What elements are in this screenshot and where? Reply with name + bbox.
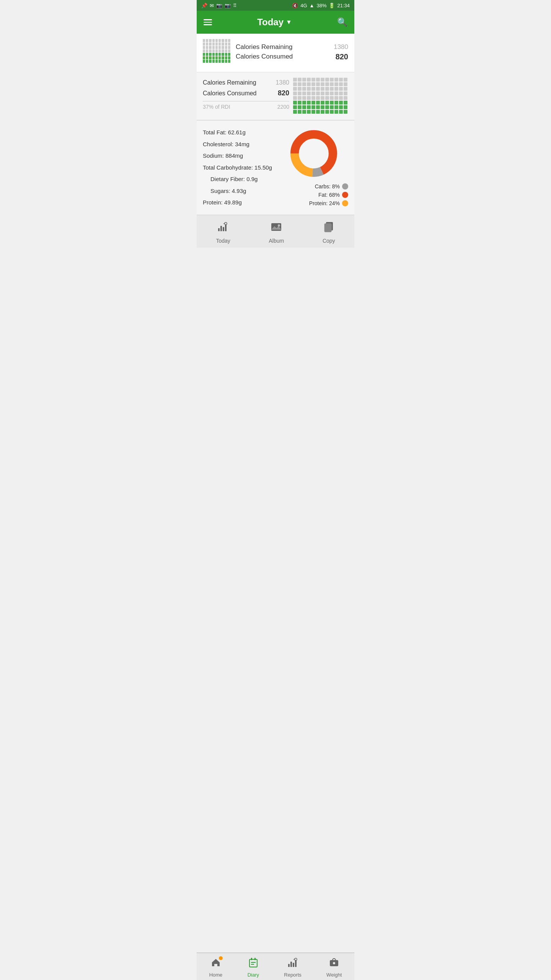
mute-icon: 🔇 <box>292 3 298 8</box>
clock: 21:34 <box>337 3 350 8</box>
pixel-grid-large <box>293 78 348 116</box>
calorie-section: Calories Remaining 1380 Calories Consume… <box>197 72 354 120</box>
calories-remaining-label-top: Calories Remaining <box>236 43 292 51</box>
calories-remaining-label: Calories Remaining <box>203 79 256 86</box>
sugars: Sugars: 4.93g <box>203 185 276 197</box>
carbs-dot <box>342 183 348 189</box>
signal-icon: ▲ <box>310 3 315 8</box>
fat-label: Fat: 68% <box>318 192 340 198</box>
legend-protein: Protein: 24% <box>279 200 348 206</box>
dropdown-arrow-icon: ▼ <box>286 19 292 26</box>
calories-remaining-row: Calories Remaining 1380 <box>203 78 289 88</box>
battery-percent: 38% <box>316 3 326 8</box>
app-header: Today ▼ 🔍 <box>197 11 354 34</box>
header-title[interactable]: Today ▼ <box>257 17 292 28</box>
protein: Protein: 49.89g <box>203 197 276 209</box>
rdi-row: 37% of RDI 2200 <box>203 104 289 110</box>
calories-consumed-value: 820 <box>278 89 289 97</box>
copy-icon <box>323 221 334 235</box>
legend-carbs: Carbs: 8% <box>279 183 348 189</box>
donut-chart <box>287 127 341 180</box>
pixel-chart-small <box>203 39 230 67</box>
sodium: Sodium: 884mg <box>203 150 276 162</box>
chart-legend: Carbs: 8% Fat: 68% Protein: 24% <box>279 183 348 206</box>
album-action-label: Album <box>269 238 284 244</box>
dietary-fiber: Dietary Fiber: 0.9g <box>203 173 276 185</box>
pinterest-icon: 📌 <box>201 3 207 8</box>
camera-icon: 📷 <box>225 3 231 8</box>
rdi-label: 37% of RDI <box>203 104 230 110</box>
calories-consumed-row-top: Calories Consumed 820 <box>236 52 348 61</box>
today-action-label: Today <box>216 238 230 244</box>
svg-rect-7 <box>223 227 224 231</box>
status-left-icons: 📌 ✉ 📷 📷 ⠿ <box>201 3 237 8</box>
summary-card-top: Calories Remaining 1380 Calories Consume… <box>197 34 354 72</box>
fat-dot <box>342 192 348 198</box>
svg-rect-16 <box>324 224 331 232</box>
calories-consumed-label: Calories Consumed <box>203 90 257 97</box>
status-right-info: 🔇 4G ▲ 38% 🔋 21:34 <box>292 3 350 8</box>
nutrition-section: Total Fat: 62.61g Cholesterol: 34mg Sodi… <box>197 120 354 215</box>
calories-remaining-value-top: 1380 <box>334 43 348 51</box>
calories-consumed-label-top: Calories Consumed <box>236 53 293 60</box>
nutrition-list: Total Fat: 62.61g Cholesterol: 34mg Sodi… <box>203 127 276 209</box>
protein-dot <box>342 200 348 206</box>
copy-action[interactable]: Copy <box>323 221 335 244</box>
total-carbohydrate: Total Carbohydrate: 15.50g <box>203 162 276 174</box>
today-action[interactable]: Today <box>216 221 230 244</box>
album-icon <box>271 221 282 235</box>
album-action[interactable]: Album <box>269 221 284 244</box>
summary-text-top: Calories Remaining 1380 Calories Consume… <box>236 43 348 63</box>
legend-fat: Fat: 68% <box>279 192 348 198</box>
instagram-icon: 📷 <box>216 3 222 8</box>
network-type: 4G <box>300 3 307 8</box>
calorie-info: Calories Remaining 1380 Calories Consume… <box>203 78 289 110</box>
protein-label: Protein: 24% <box>309 200 340 206</box>
svg-rect-6 <box>220 226 222 231</box>
status-bar: 📌 ✉ 📷 📷 ⠿ 🔇 4G ▲ 38% 🔋 21:34 <box>197 0 354 11</box>
calories-remaining-row-top: Calories Remaining 1380 <box>236 43 348 51</box>
copy-action-label: Copy <box>323 238 335 244</box>
svg-rect-5 <box>218 228 220 231</box>
calories-consumed-value-top: 820 <box>336 52 348 61</box>
rdi-value: 2200 <box>277 104 289 110</box>
search-button[interactable]: 🔍 <box>337 17 347 27</box>
menu-button[interactable] <box>204 19 212 25</box>
carbs-label: Carbs: 8% <box>315 183 340 189</box>
donut-chart-container: Carbs: 8% Fat: 68% Protein: 24% <box>279 127 348 209</box>
svg-point-4 <box>300 140 328 167</box>
cholesterol: Cholesterol: 34mg <box>203 139 276 150</box>
calories-consumed-row: Calories Consumed 820 <box>203 88 289 99</box>
mail-icon: ✉ <box>210 3 214 8</box>
calories-remaining-value: 1380 <box>276 79 289 86</box>
quick-actions-bar: Today Album Copy <box>197 215 354 248</box>
svg-point-13 <box>278 224 280 227</box>
svg-rect-8 <box>225 224 227 231</box>
grid-icon: ⠿ <box>233 3 237 8</box>
today-icon <box>217 221 229 235</box>
total-fat: Total Fat: 62.61g <box>203 127 276 139</box>
battery-icon: 🔋 <box>329 3 335 8</box>
